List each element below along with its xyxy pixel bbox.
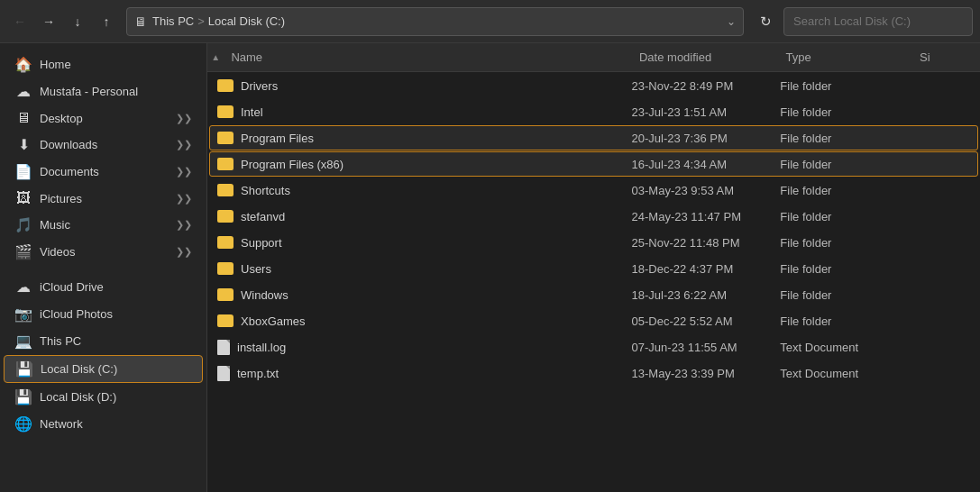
col-header-date[interactable]: Date modified (632, 43, 778, 72)
sidebar-item-desktop[interactable]: 🖥 Desktop ❯❯ (4, 105, 203, 131)
path-this-pc: This PC (152, 14, 194, 28)
sidebar-item-documents[interactable]: 📄 Documents ❯❯ (4, 159, 203, 185)
file-list: Drivers 23-Nov-22 8:49 PM File folder In… (207, 72, 980, 492)
sidebar-item-label: Network (40, 417, 192, 431)
sidebar-item-label: Music (40, 218, 169, 232)
file-name: Users (241, 262, 271, 276)
table-row[interactable]: Program Files (x86) 16-Jul-23 4:34 AM Fi… (209, 151, 978, 177)
folder-icon (217, 236, 234, 249)
sidebar-item-music[interactable]: 🎵 Music ❯❯ (4, 212, 203, 238)
sidebar-item-local-disk-c[interactable]: 💾 Local Disk (C:) (4, 355, 203, 383)
sidebar-item-label: Mustafa - Personal (40, 85, 192, 98)
sidebar-item-local-disk-d[interactable]: 💾 Local Disk (D:) (4, 384, 203, 410)
file-date-cell: 25-Nov-22 11:48 PM (625, 236, 774, 250)
recent-locations-button[interactable]: ↓ (65, 9, 90, 34)
sidebar-item-icloud-drive[interactable]: ☁ iCloud Drive (4, 274, 203, 300)
file-name-cell: Windows (210, 288, 625, 302)
file-date-cell: 16-Jul-23 4:34 AM (625, 158, 774, 171)
file-name: Intel (241, 105, 263, 119)
search-input[interactable] (783, 7, 973, 36)
sidebar-item-icloud-photos[interactable]: 📷 iCloud Photos (4, 301, 203, 327)
file-type-cell: File folder (773, 184, 909, 197)
table-row[interactable]: XboxGames 05-Dec-22 5:52 AM File folder (209, 308, 978, 333)
file-type-cell: File folder (773, 210, 909, 223)
sidebar-item-videos[interactable]: 🎬 Videos ❯❯ (4, 239, 203, 265)
music-icon: 🎵 (14, 216, 32, 233)
sidebar-item-label: Desktop (40, 112, 169, 125)
icloud-photos-icon: 📷 (14, 305, 32, 323)
file-name-cell: Program Files (x86) (210, 158, 625, 171)
pin-icon: ❯❯ (176, 246, 192, 258)
forward-button[interactable]: → (36, 9, 61, 34)
file-type-cell: File folder (773, 288, 909, 302)
table-row[interactable]: Windows 18-Jul-23 6:22 AM File folder (209, 282, 978, 307)
table-row[interactable]: Users 18-Dec-22 4:37 PM File folder (209, 256, 978, 281)
table-row[interactable]: Program Files 20-Jul-23 7:36 PM File fol… (209, 125, 978, 150)
file-date-cell: 05-Dec-22 5:52 AM (625, 314, 774, 328)
pin-icon: ❯❯ (176, 113, 192, 124)
file-type-cell: File folder (773, 236, 909, 250)
sidebar-item-this-pc[interactable]: 💻 This PC (4, 328, 203, 354)
file-date-cell: 18-Jul-23 6:22 AM (625, 288, 774, 302)
table-row[interactable]: Drivers 23-Nov-22 8:49 PM File folder (209, 73, 978, 98)
file-date-cell: 03-May-23 9:53 AM (625, 184, 774, 197)
table-row[interactable]: stefanvd 24-May-23 11:47 PM File folder (209, 204, 978, 229)
sidebar-item-home[interactable]: 🏠 Home (4, 51, 203, 77)
file-date-cell: 13-May-23 3:39 PM (625, 367, 774, 380)
table-row[interactable]: Shortcuts 03-May-23 9:53 AM File folder (209, 178, 978, 203)
file-type-cell: Text Document (773, 341, 909, 354)
scroll-up-btn[interactable]: ▲ (207, 43, 224, 72)
file-name-cell: Support (210, 236, 625, 250)
sidebar-item-label: iCloud Photos (40, 307, 192, 321)
address-bar[interactable]: 🖥 This PC > Local Disk (C:) ⌄ (126, 7, 744, 36)
table-row[interactable]: Support 25-Nov-22 11:48 PM File folder (209, 230, 978, 255)
file-name-cell: Drivers (210, 79, 625, 93)
sidebar-item-label: Local Disk (D:) (40, 390, 192, 404)
pin-icon: ❯❯ (176, 193, 192, 205)
back-button[interactable]: ← (7, 9, 32, 34)
up-button[interactable]: ↑ (94, 9, 119, 34)
table-row[interactable]: install.log 07-Jun-23 11:55 AM Text Docu… (209, 334, 978, 360)
file-type-cell: File folder (773, 262, 909, 276)
file-name-cell: Program Files (210, 132, 625, 145)
path-local-disk: Local Disk (C:) (208, 14, 285, 28)
sidebar-item-pictures[interactable]: 🖼 Pictures ❯❯ (4, 186, 203, 211)
file-name: XboxGames (241, 314, 306, 328)
folder-icon (217, 262, 234, 275)
file-name: Program Files (241, 132, 314, 145)
col-header-type[interactable]: Type (778, 43, 912, 72)
file-name: Windows (241, 288, 289, 302)
col-header-size[interactable]: Si (912, 43, 980, 72)
table-row[interactable]: temp.txt 13-May-23 3:39 PM Text Document (209, 360, 978, 386)
file-type-cell: File folder (773, 132, 909, 145)
folder-icon (217, 105, 234, 118)
sidebar-item-label: Home (40, 58, 192, 71)
refresh-button[interactable]: ↻ (751, 7, 780, 36)
sidebar-item-downloads[interactable]: ⬇ Downloads ❯❯ (4, 132, 203, 158)
pin-icon: ❯❯ (176, 219, 192, 231)
table-row[interactable]: Intel 23-Jul-23 1:51 AM File folder (209, 99, 978, 124)
column-headers: ▲ Name Date modified Type Si (207, 43, 980, 72)
folder-icon (217, 288, 234, 301)
file-name: Drivers (241, 79, 278, 93)
file-name-cell: Users (210, 262, 625, 276)
file-icon (217, 340, 230, 355)
folder-icon (217, 158, 234, 170)
address-dropdown-button[interactable]: ⌄ (727, 15, 736, 28)
file-type-cell: File folder (773, 158, 909, 171)
home-icon: 🏠 (14, 56, 32, 73)
sidebar-item-onedrive[interactable]: ☁ Mustafa - Personal (4, 78, 203, 105)
address-icon: 🖥 (134, 14, 147, 29)
file-date-cell: 07-Jun-23 11:55 AM (625, 341, 774, 354)
sidebar-item-network[interactable]: 🌐 Network (4, 411, 203, 437)
file-name: stefanvd (241, 210, 285, 223)
file-name: install.log (237, 341, 286, 354)
videos-icon: 🎬 (14, 243, 32, 260)
path-sep-1: > (197, 14, 205, 28)
address-path: This PC > Local Disk (C:) (152, 14, 285, 28)
file-type-cell: Text Document (773, 367, 909, 380)
file-name-cell: install.log (210, 340, 625, 355)
col-header-name[interactable]: Name (224, 43, 632, 72)
pin-icon: ❯❯ (176, 139, 192, 150)
file-name-cell: stefanvd (210, 210, 625, 223)
